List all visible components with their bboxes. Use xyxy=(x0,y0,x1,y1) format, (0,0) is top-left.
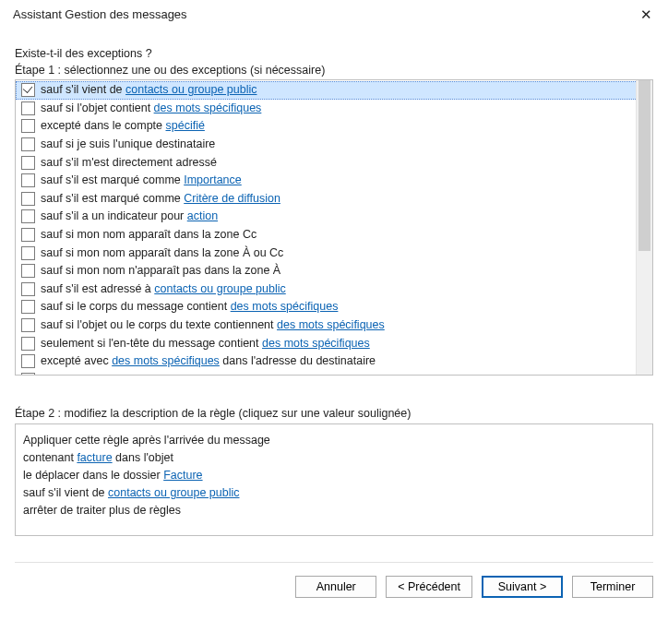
exception-item[interactable]: sauf s'il est marqué comme Importance xyxy=(16,172,652,190)
exception-checkbox[interactable] xyxy=(21,192,35,206)
exception-checkbox[interactable] xyxy=(21,318,35,332)
exception-item[interactable]: sauf s'il a un indicateur pour action xyxy=(16,208,652,226)
exception-item-label: sauf s'il vient de contacts ou groupe pu… xyxy=(41,82,257,98)
scrollbar[interactable] xyxy=(636,80,652,375)
step1-label: Étape 1 : sélectionnez une ou des except… xyxy=(15,64,653,77)
exception-checkbox[interactable] xyxy=(21,264,35,278)
rule-description-line: le déplacer dans le dossier Facture xyxy=(23,467,645,484)
exception-checkbox[interactable] xyxy=(21,373,35,375)
exception-item-label: sauf si le corps du message contient des… xyxy=(41,299,338,315)
exception-item-label: sauf si mon nom apparaît dans la zone À … xyxy=(41,245,283,261)
rule-value-link[interactable]: facture xyxy=(77,451,112,464)
exceptions-question: Existe-t-il des exceptions ? xyxy=(15,47,653,60)
exception-item-label: excepté dans le compte spécifié xyxy=(41,118,205,134)
exception-link[interactable]: Importance xyxy=(184,173,242,186)
exception-link[interactable]: des mots spécifiques xyxy=(154,101,262,114)
exception-link[interactable]: contacts ou groupe public xyxy=(154,282,285,295)
exception-item[interactable]: sauf si mon nom apparaît dans la zone À … xyxy=(16,244,652,262)
exception-item[interactable]: sauf si l'objet ou le corps du texte con… xyxy=(16,316,652,335)
exception-checkbox[interactable] xyxy=(21,282,35,296)
exceptions-listbox: sauf s'il vient de contacts ou groupe pu… xyxy=(15,79,653,376)
rule-description-line: sauf s'il vient de contacts ou groupe pu… xyxy=(23,484,645,502)
exception-link[interactable]: Critère de diffusion xyxy=(184,192,280,205)
exception-checkbox[interactable] xyxy=(21,337,35,351)
rule-value-link[interactable]: Facture xyxy=(163,469,202,482)
exception-link[interactable]: action xyxy=(187,209,218,222)
exception-item-label: sauf s'il a un indicateur pour action xyxy=(41,209,218,224)
rule-description-box: Appliquer cette règle après l'arrivée du… xyxy=(15,423,653,536)
exception-item-label: sauf si mon nom apparaît dans la zone Cc xyxy=(41,227,256,243)
exception-item[interactable]: sauf s'il est marqué comme Critère de di… xyxy=(16,190,652,209)
exception-item[interactable]: excepté avec des mots spécifiques dans l… xyxy=(16,352,652,371)
exception-link[interactable]: contacts ou groupe public xyxy=(125,83,256,96)
exception-checkbox[interactable] xyxy=(21,137,35,151)
scroll-thumb[interactable] xyxy=(638,80,650,251)
exception-link[interactable]: spécifié xyxy=(166,119,205,132)
exception-item-label: sauf si l'objet ou le corps du texte con… xyxy=(41,317,385,333)
exception-item-label: sauf s'il m'est directement adressé xyxy=(41,155,217,171)
exception-item-label: sauf s'il est marqué comme Critère de di… xyxy=(41,191,280,207)
exception-item[interactable]: excepté dans le compte spécifié xyxy=(16,117,652,136)
exception-link[interactable]: des mots spécifiques xyxy=(112,354,220,367)
exception-link[interactable]: des mots spécifiques xyxy=(112,373,220,375)
exception-item-label: excepté avec des mots spécifiques dans l… xyxy=(41,353,376,369)
exception-checkbox[interactable] xyxy=(21,228,35,242)
close-icon[interactable]: ✕ xyxy=(635,7,657,21)
exception-item-label: sauf s'il est marqué comme Importance xyxy=(41,173,242,188)
exception-item[interactable]: sauf si mon nom n'apparaît pas dans la z… xyxy=(16,262,652,280)
exception-checkbox[interactable] xyxy=(21,354,35,368)
rule-description-line: Appliquer cette règle après l'arrivée du… xyxy=(23,432,645,449)
exception-item-label: sauf si l'objet contient des mots spécif… xyxy=(41,101,261,116)
exception-item[interactable]: sauf si mon nom apparaît dans la zone Cc xyxy=(16,226,652,244)
exception-item[interactable]: sauf si le corps du message contient des… xyxy=(16,298,652,316)
exception-checkbox[interactable] xyxy=(21,83,35,97)
exception-item-label: sauf s'il est adressé à contacts ou grou… xyxy=(41,281,286,297)
exception-item[interactable]: sauf si je suis l'unique destinataire xyxy=(16,136,652,154)
exception-checkbox[interactable] xyxy=(21,300,35,314)
step2-label: Étape 2 : modifiez la description de la … xyxy=(15,407,653,420)
button-row: Annuler < Précédent Suivant > Terminer xyxy=(0,563,668,598)
exception-checkbox[interactable] xyxy=(21,173,35,187)
rule-value-link[interactable]: contacts ou groupe public xyxy=(108,486,239,499)
exception-item-label: sauf si mon nom n'apparaît pas dans la z… xyxy=(41,263,280,279)
exception-checkbox[interactable] xyxy=(21,156,35,170)
exception-link[interactable]: des mots spécifiques xyxy=(262,337,370,350)
window-title: Assistant Gestion des messages xyxy=(13,7,187,21)
exception-link[interactable]: des mots spécifiques xyxy=(231,300,339,313)
exception-item[interactable]: sauf s'il est adressé à contacts ou grou… xyxy=(16,280,652,299)
exception-item-label: excepté avec des mots spécifiques dans l… xyxy=(41,372,375,375)
exception-item[interactable]: sauf s'il m'est directement adressé xyxy=(16,153,652,172)
exception-checkbox[interactable] xyxy=(21,119,35,133)
exception-item[interactable]: excepté avec des mots spécifiques dans l… xyxy=(16,371,652,376)
exception-checkbox[interactable] xyxy=(21,101,35,115)
exception-item[interactable]: seulement si l'en-tête du message contie… xyxy=(16,334,652,352)
exception-item-label: sauf si je suis l'unique destinataire xyxy=(41,137,215,152)
finish-button[interactable]: Terminer xyxy=(572,576,653,598)
exception-checkbox[interactable] xyxy=(21,209,35,223)
title-bar: Assistant Gestion des messages ✕ xyxy=(0,0,668,29)
exception-item-label: seulement si l'en-tête du message contie… xyxy=(41,336,370,352)
back-button[interactable]: < Précédent xyxy=(386,576,472,598)
exception-item[interactable]: sauf s'il vient de contacts ou groupe pu… xyxy=(16,81,652,100)
next-button[interactable]: Suivant > xyxy=(482,576,563,598)
rule-description-line: arrêter de traiter plus de règles xyxy=(23,502,645,519)
exception-checkbox[interactable] xyxy=(21,246,35,260)
exception-link[interactable]: des mots spécifiques xyxy=(277,318,385,331)
rule-description-line: contenant facture dans l'objet xyxy=(23,449,645,467)
cancel-button[interactable]: Annuler xyxy=(295,576,376,598)
exception-item[interactable]: sauf si l'objet contient des mots spécif… xyxy=(16,100,652,118)
